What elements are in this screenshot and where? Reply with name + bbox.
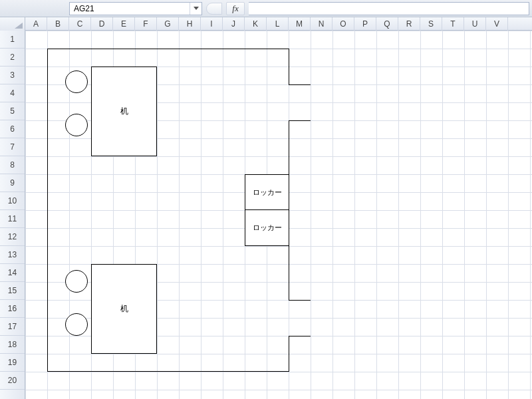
door-bottom-upper bbox=[289, 300, 311, 301]
col-header[interactable]: S bbox=[420, 17, 442, 31]
fx-icon: fx bbox=[232, 3, 238, 14]
col-header[interactable]: N bbox=[311, 17, 332, 31]
col-header[interactable]: G bbox=[157, 17, 179, 31]
chair-circle[interactable] bbox=[65, 313, 88, 336]
select-all-corner[interactable] bbox=[0, 17, 25, 31]
row-header[interactable]: 5 bbox=[0, 102, 25, 120]
row-header[interactable]: 17 bbox=[0, 318, 25, 336]
col-header[interactable]: H bbox=[179, 17, 201, 31]
column-headers: A B C D E F G H I J K L M N O P Q R S T … bbox=[0, 17, 532, 31]
col-header[interactable]: R bbox=[398, 17, 420, 31]
chair-circle[interactable] bbox=[65, 114, 88, 136]
door-top-lower bbox=[289, 120, 311, 121]
fx-expand-icon[interactable] bbox=[206, 3, 222, 15]
row-header[interactable]: 13 bbox=[0, 246, 25, 264]
desk-1[interactable]: 机 bbox=[91, 66, 157, 156]
row-header[interactable]: 8 bbox=[0, 156, 25, 174]
col-header[interactable]: C bbox=[69, 17, 91, 31]
row-header[interactable]: 14 bbox=[0, 264, 25, 282]
col-header[interactable]: Q bbox=[376, 17, 398, 31]
col-header[interactable]: F bbox=[135, 17, 157, 31]
row-header[interactable]: 1 bbox=[0, 31, 25, 49]
row-header[interactable]: 6 bbox=[0, 120, 25, 138]
locker-1-label: ロッカー bbox=[253, 188, 282, 198]
col-header[interactable]: M bbox=[289, 17, 311, 31]
row-header[interactable]: 18 bbox=[0, 336, 25, 354]
col-header[interactable]: J bbox=[223, 17, 245, 31]
locker-2[interactable]: ロッカー bbox=[245, 210, 289, 246]
row-header[interactable]: 16 bbox=[0, 300, 25, 318]
row-header[interactable]: 2 bbox=[0, 49, 25, 66]
chevron-down-icon[interactable] bbox=[190, 3, 201, 15]
col-header[interactable]: L bbox=[267, 17, 289, 31]
locker-1[interactable]: ロッカー bbox=[245, 174, 289, 210]
col-header[interactable]: K bbox=[245, 17, 267, 31]
col-header[interactable]: D bbox=[91, 17, 113, 31]
col-header[interactable]: U bbox=[464, 17, 486, 31]
col-header[interactable]: A bbox=[25, 17, 47, 31]
col-header[interactable]: V bbox=[486, 17, 508, 31]
col-header[interactable]: O bbox=[332, 17, 354, 31]
desk-2-label: 机 bbox=[120, 303, 128, 315]
chair-circle[interactable] bbox=[65, 70, 88, 93]
row-header[interactable]: 11 bbox=[0, 210, 25, 228]
row-header[interactable]: 3 bbox=[0, 66, 25, 84]
row-header[interactable]: 9 bbox=[0, 174, 25, 192]
locker-2-label: ロッカー bbox=[253, 223, 282, 233]
row-header[interactable]: 7 bbox=[0, 138, 25, 156]
row-header[interactable]: 19 bbox=[0, 354, 25, 372]
name-box[interactable]: AG21 bbox=[69, 2, 202, 15]
desk-2[interactable]: 机 bbox=[91, 264, 157, 354]
desk-1-label: 机 bbox=[120, 106, 128, 117]
col-header[interactable]: T bbox=[442, 17, 464, 31]
worksheet[interactable]: A B C D E F G H I J K L M N O P Q R S T … bbox=[0, 17, 532, 399]
row-header[interactable]: 10 bbox=[0, 192, 25, 210]
chair-circle[interactable] bbox=[65, 270, 88, 293]
row-header[interactable]: 12 bbox=[0, 228, 25, 246]
row-headers: 1 2 3 4 5 6 7 8 9 10 11 12 13 14 15 16 1… bbox=[0, 31, 25, 399]
formula-bar: AG21 fx bbox=[0, 0, 532, 17]
col-header[interactable]: B bbox=[47, 17, 69, 31]
col-header[interactable]: P bbox=[354, 17, 376, 31]
formula-input[interactable] bbox=[249, 2, 529, 15]
name-box-value: AG21 bbox=[70, 4, 190, 13]
row-header[interactable]: 4 bbox=[0, 84, 25, 102]
row-header[interactable]: 20 bbox=[0, 372, 25, 390]
door-top-upper bbox=[289, 84, 311, 85]
col-header[interactable]: E bbox=[113, 17, 135, 31]
row-header[interactable]: 15 bbox=[0, 282, 25, 300]
door-bottom-lower bbox=[289, 336, 311, 336]
col-header[interactable]: I bbox=[201, 17, 223, 31]
insert-function-button[interactable]: fx bbox=[226, 2, 245, 15]
